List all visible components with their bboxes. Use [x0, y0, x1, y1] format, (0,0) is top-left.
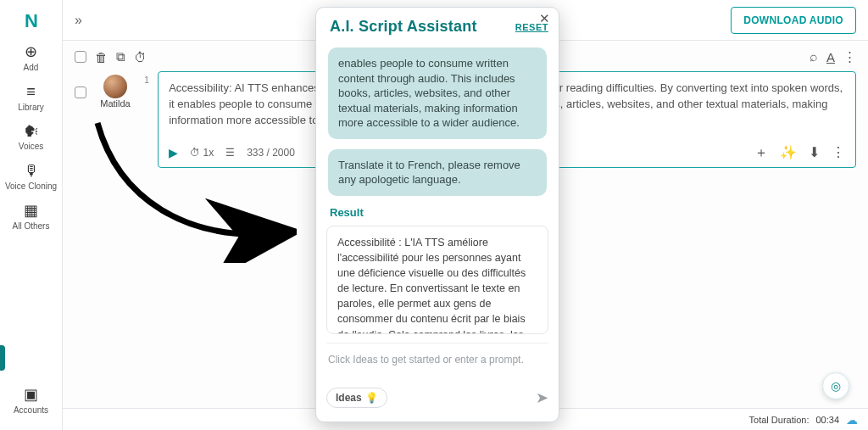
- ai-script-assistant-modal: ✕ A.I. Script Assistant RESET enables pe…: [315, 7, 559, 422]
- modal-title: A.I. Script Assistant: [330, 18, 477, 36]
- duration-label: Total Duration:: [749, 415, 810, 425]
- prompt-area: Click Ideas to get started or enter a pr…: [326, 343, 548, 408]
- duration-value: 00:34: [815, 415, 839, 425]
- result-text[interactable]: Accessibilité : L'IA TTS améliore l'acce…: [326, 226, 548, 334]
- sidebar-item-voices[interactable]: 🗣 Voices: [19, 124, 43, 152]
- close-icon[interactable]: ✕: [539, 11, 550, 26]
- select-all-checkbox[interactable]: [75, 51, 86, 63]
- sidebar-item-label: Library: [18, 103, 44, 112]
- lightbulb-icon: 💡: [365, 392, 378, 404]
- cloud-sync-icon[interactable]: ☁: [846, 413, 858, 427]
- prompt-input[interactable]: Click Ideas to get started or enter a pr…: [326, 350, 548, 388]
- library-icon: ≡: [26, 84, 36, 101]
- font-style-icon[interactable]: A: [826, 50, 835, 64]
- sidebar-item-library[interactable]: ≡ Library: [18, 84, 44, 112]
- voice-avatar: [103, 75, 127, 98]
- send-button[interactable]: ➤: [536, 388, 548, 407]
- voice-selector[interactable]: Matilda: [95, 75, 136, 109]
- left-edge-indicator: [0, 345, 5, 371]
- settings-icon[interactable]: ☰: [225, 147, 235, 159]
- expand-sidebar-icon[interactable]: »: [75, 13, 82, 28]
- row-index: 1: [144, 75, 149, 85]
- more-icon[interactable]: ⋮: [843, 49, 856, 64]
- left-sidebar: N ⊕ Add ≡ Library 🗣 Voices 🎙 Voice Cloni…: [0, 0, 63, 430]
- sidebar-item-all-others[interactable]: ▦ All Others: [13, 203, 50, 231]
- sidebar-item-add[interactable]: ⊕ Add: [24, 44, 39, 72]
- search-icon[interactable]: ⌕: [810, 49, 818, 64]
- sidebar-item-label: Add: [24, 63, 39, 72]
- plus-circle-icon: ⊕: [25, 44, 37, 61]
- ideas-button[interactable]: Ideas 💡: [326, 388, 387, 408]
- speed-control[interactable]: ⏱ 1x: [190, 147, 214, 159]
- sidebar-item-label: Voices: [19, 142, 43, 151]
- download-row-icon[interactable]: ⬇: [809, 144, 820, 162]
- chat-bubble-context: enables people to consume written conten…: [328, 47, 547, 139]
- grid-icon: ▦: [24, 203, 38, 220]
- help-fab[interactable]: ◎: [822, 372, 849, 399]
- result-label: Result: [330, 206, 545, 219]
- char-counter: 333 / 2000: [247, 147, 295, 159]
- chat-bubble-user-prompt: Translate it to French, please remove an…: [328, 149, 547, 196]
- copy-icon[interactable]: ⧉: [116, 49, 125, 64]
- brand-logo: N: [25, 10, 37, 32]
- sidebar-item-accounts[interactable]: ▣ Accounts: [14, 387, 48, 415]
- trash-icon[interactable]: 🗑: [95, 50, 108, 64]
- add-block-button[interactable]: ＋: [754, 144, 768, 162]
- sidebar-item-voice-cloning[interactable]: 🎙 Voice Cloning: [5, 163, 57, 191]
- voices-icon: 🗣: [24, 124, 39, 141]
- sidebar-item-label: All Others: [13, 221, 50, 231]
- ideas-label: Ideas: [336, 392, 362, 404]
- speed-icon[interactable]: ⏱: [134, 50, 147, 64]
- voice-cloning-icon: 🎙: [24, 163, 39, 180]
- ai-wand-icon[interactable]: ✨: [780, 144, 797, 162]
- voice-name: Matilda: [100, 98, 130, 109]
- account-icon: ▣: [24, 387, 38, 404]
- sidebar-item-label: Voice Cloning: [5, 181, 57, 191]
- play-button[interactable]: ▶: [169, 146, 178, 159]
- download-audio-button[interactable]: DOWNLOAD AUDIO: [731, 7, 856, 34]
- sidebar-item-label: Accounts: [14, 405, 48, 415]
- row-checkbox[interactable]: [75, 87, 86, 98]
- row-more-icon[interactable]: ⋮: [832, 144, 845, 162]
